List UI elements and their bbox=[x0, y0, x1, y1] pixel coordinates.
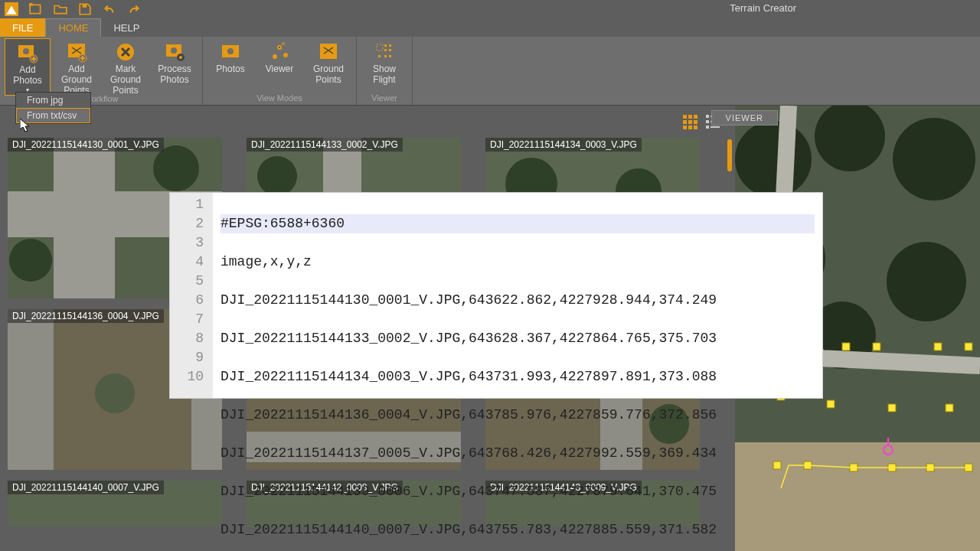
editor-line: DJI_20221115144137_0005_V.JPG,643768.426… bbox=[220, 444, 815, 463]
svg-rect-4 bbox=[83, 4, 87, 8]
svg-rect-21 bbox=[320, 44, 337, 59]
thumb-label: DJI_20221115144136_0004_V.JPG bbox=[8, 309, 164, 323]
svg-rect-88 bbox=[946, 404, 953, 412]
editor-line: DJI_20221115144130_0001_V.JPG,643622.862… bbox=[220, 291, 815, 310]
svg-point-75 bbox=[893, 118, 975, 201]
svg-rect-37 bbox=[688, 126, 692, 129]
editor-body[interactable]: #EPSG:6588+6360 image,x,y,z DJI_20221115… bbox=[213, 193, 822, 398]
open-icon[interactable] bbox=[54, 2, 67, 16]
svg-point-48 bbox=[9, 239, 52, 282]
svg-rect-83 bbox=[965, 343, 972, 350]
new-icon[interactable] bbox=[29, 2, 43, 16]
undo-icon[interactable] bbox=[103, 2, 116, 16]
grid-view-icon[interactable] bbox=[681, 113, 698, 130]
editor-line: DJI_20221115144140_0007_V.JPG,643755.783… bbox=[220, 520, 815, 540]
svg-point-12 bbox=[171, 47, 177, 54]
line-number: 1 bbox=[170, 195, 204, 214]
svg-marker-96 bbox=[20, 119, 29, 132]
line-number: 6 bbox=[170, 291, 204, 310]
svg-rect-33 bbox=[683, 120, 687, 124]
svg-rect-86 bbox=[827, 400, 835, 408]
tab-file[interactable]: FILE bbox=[0, 18, 45, 37]
svg-rect-36 bbox=[683, 126, 687, 129]
svg-rect-43 bbox=[706, 126, 709, 129]
svg-point-16 bbox=[227, 48, 234, 54]
tab-home[interactable]: HOME bbox=[45, 18, 101, 37]
thumb-label: DJI_20221115144130_0001_V.JPG bbox=[8, 138, 164, 152]
svg-point-61 bbox=[95, 373, 135, 413]
svg-rect-41 bbox=[706, 120, 709, 123]
ribbon-panel-view-modes: Photos Viewer Ground Points View Modes bbox=[203, 37, 357, 105]
titlebar: Terrain Creator bbox=[0, 0, 980, 18]
editor-line: #EPSG:6588+6360 bbox=[220, 214, 815, 233]
svg-point-77 bbox=[887, 242, 966, 321]
svg-rect-39 bbox=[706, 115, 709, 118]
svg-rect-29 bbox=[389, 55, 391, 57]
line-number: 3 bbox=[170, 233, 204, 253]
viewer-tab[interactable]: VIEWER bbox=[711, 110, 778, 126]
add-ground-points-button[interactable]: Add Ground Points bbox=[54, 38, 100, 96]
app-title: Terrain Creator bbox=[730, 2, 796, 14]
svg-rect-81 bbox=[873, 343, 880, 350]
add-photos-button[interactable]: Add Photos▾ bbox=[5, 38, 51, 96]
editor-gutter: 1 2 3 4 5 6 7 8 9 10 bbox=[170, 193, 213, 398]
line-number: 10 bbox=[170, 367, 204, 386]
text-editor-overlay: 1 2 3 4 5 6 7 8 9 10 #EPSG:6588+6360 ima… bbox=[170, 193, 822, 398]
menubar: FILE HOME HELP bbox=[0, 18, 980, 37]
svg-rect-30 bbox=[683, 115, 687, 119]
mark-ground-points-button[interactable]: Mark Ground Points bbox=[103, 38, 149, 96]
svg-point-14 bbox=[179, 56, 182, 59]
svg-rect-22 bbox=[377, 44, 383, 51]
svg-rect-27 bbox=[378, 55, 381, 57]
photos-view-button[interactable]: Photos bbox=[207, 38, 253, 95]
cursor-icon bbox=[20, 119, 32, 134]
ground-points-view-label: Ground Points bbox=[305, 64, 351, 86]
ribbon-panel-view-modes-title: View Modes bbox=[207, 93, 351, 103]
line-number: 5 bbox=[170, 272, 204, 291]
svg-rect-59 bbox=[8, 309, 54, 470]
scroll-indicator[interactable] bbox=[727, 139, 732, 171]
show-flight-button[interactable]: Show Flight bbox=[361, 38, 407, 95]
viewer-view-label: Viewer bbox=[266, 64, 293, 75]
svg-rect-3 bbox=[29, 3, 33, 5]
add-photos-label: Add Photos bbox=[5, 65, 50, 86]
svg-rect-44 bbox=[710, 126, 720, 128]
tab-help[interactable]: HELP bbox=[101, 18, 152, 37]
ribbon: Add Photos▾ Add Ground Points Mark Groun… bbox=[0, 37, 980, 106]
svg-point-52 bbox=[257, 156, 297, 196]
svg-rect-87 bbox=[888, 404, 896, 412]
ground-points-view-button[interactable]: Ground Points bbox=[305, 38, 351, 95]
svg-rect-35 bbox=[694, 120, 697, 124]
svg-point-73 bbox=[735, 121, 812, 197]
svg-rect-23 bbox=[384, 44, 387, 47]
thumb-label: DJI_20221115144140_0007_V.JPG bbox=[8, 481, 164, 494]
svg-rect-31 bbox=[688, 115, 692, 119]
line-number: 2 bbox=[170, 214, 204, 233]
svg-rect-80 bbox=[842, 343, 850, 350]
editor-line: image,x,y,z bbox=[220, 253, 815, 272]
editor-line: DJI_20221115144139_0006_V.JPG,643747.587… bbox=[220, 482, 815, 501]
svg-point-49 bbox=[153, 145, 199, 191]
editor-line: DJI_20221115144133_0002_V.JPG,643628.367… bbox=[220, 329, 815, 348]
viewer-view-button[interactable]: Viewer bbox=[256, 38, 302, 95]
svg-point-20 bbox=[279, 47, 280, 48]
process-photos-button[interactable]: Process Photos bbox=[152, 38, 198, 96]
process-photos-label: Process Photos bbox=[152, 64, 198, 86]
redo-icon[interactable] bbox=[127, 2, 141, 16]
dropdown-from-jpg[interactable]: From jpg bbox=[16, 93, 90, 108]
svg-rect-38 bbox=[694, 126, 697, 129]
svg-rect-32 bbox=[694, 115, 697, 119]
svg-rect-24 bbox=[389, 44, 391, 47]
show-flight-label: Show Flight bbox=[361, 64, 407, 86]
line-number: 9 bbox=[170, 348, 204, 367]
editor-line: DJI_20221115144134_0003_V.JPG,643731.993… bbox=[220, 367, 815, 386]
line-number: 8 bbox=[170, 329, 204, 348]
svg-rect-25 bbox=[384, 49, 387, 51]
save-icon[interactable] bbox=[78, 2, 92, 16]
thumb-label: DJI_20221115144134_0003_V.JPG bbox=[485, 138, 642, 152]
thumb-7[interactable]: DJI_20221115144140_0007_V.JPG bbox=[8, 481, 222, 527]
thumb-label: DJI_20221115144133_0002_V.JPG bbox=[247, 138, 403, 152]
quick-access-toolbar bbox=[5, 2, 141, 16]
ribbon-panel-viewer: Show Flight Viewer bbox=[357, 37, 413, 105]
svg-rect-26 bbox=[389, 49, 391, 51]
